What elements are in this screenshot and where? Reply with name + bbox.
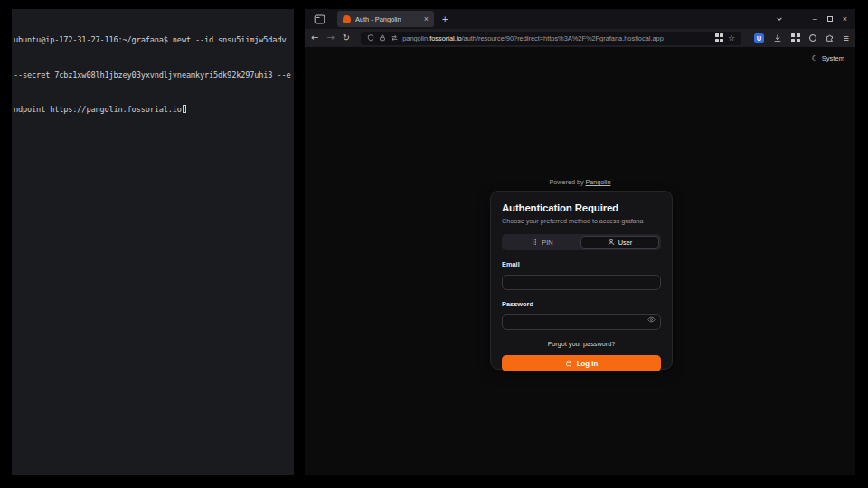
- toolbar-extensions: U ≡: [752, 33, 849, 43]
- reload-button[interactable]: ↻: [343, 33, 350, 42]
- back-button[interactable]: ←: [311, 33, 318, 42]
- theme-label: System: [822, 54, 844, 62]
- login-button[interactable]: Log in: [502, 355, 661, 371]
- minimize-button[interactable]: –: [813, 15, 817, 23]
- login-button-label: Log in: [577, 360, 598, 368]
- privacy-extension-icon[interactable]: [809, 34, 816, 42]
- pangolin-favicon: [343, 15, 351, 23]
- lock-icon[interactable]: [379, 34, 386, 42]
- url-bar[interactable]: pangolin.fossorial.io/auth/resource/90?r…: [361, 32, 741, 45]
- browser-window: Auth - Pangolin × + – × ← → ↻: [305, 9, 855, 475]
- tab-close-icon[interactable]: ×: [424, 15, 429, 23]
- tab-user[interactable]: User: [580, 236, 659, 249]
- ublock-extension-icon[interactable]: U: [754, 33, 764, 43]
- forgot-password-link[interactable]: Forgot your password?: [502, 340, 661, 348]
- new-tab-button[interactable]: +: [442, 14, 448, 24]
- page-actions-grid-icon[interactable]: [715, 33, 724, 42]
- terminal-line: ndpoint https://pangolin.fossorial.io: [14, 104, 292, 116]
- card-subtitle: Choose your preferred method to access g…: [502, 217, 661, 225]
- url-text: pangolin.fossorial.io/auth/resource/90?r…: [402, 34, 710, 42]
- terminal-cursor: [183, 105, 187, 113]
- maximize-button[interactable]: [827, 16, 833, 22]
- show-password-eye-icon[interactable]: [647, 315, 656, 324]
- https-switch-icon[interactable]: [391, 34, 398, 42]
- terminal-line: ubuntu@ip-172-31-27-116:~/grafana$ newt …: [14, 34, 292, 46]
- tab-pin[interactable]: PIN: [504, 236, 580, 249]
- tab-bar: Auth - Pangolin × + – ×: [305, 9, 855, 29]
- pangolin-link[interactable]: Pangolin: [585, 178, 610, 186]
- theme-toggle[interactable]: ☾ System: [812, 54, 845, 62]
- extensions-puzzle-icon[interactable]: [826, 33, 835, 42]
- terminal-window[interactable]: ubuntu@ip-172-31-27-116:~/grafana$ newt …: [12, 9, 294, 475]
- user-icon: [608, 239, 615, 246]
- extension-grid-icon[interactable]: [791, 33, 800, 42]
- email-field[interactable]: [502, 275, 661, 290]
- password-field[interactable]: [502, 314, 661, 330]
- firefox-view-icon[interactable]: [314, 14, 326, 25]
- shield-icon[interactable]: [367, 34, 374, 42]
- downloads-icon[interactable]: [773, 33, 782, 42]
- tab-pin-label: PIN: [542, 239, 552, 247]
- login-lock-icon: [565, 360, 572, 367]
- pin-keypad-icon: [531, 239, 538, 246]
- tab-title: Auth - Pangolin: [355, 15, 420, 23]
- close-window-button[interactable]: ×: [843, 15, 847, 23]
- nav-toolbar: ← → ↻ pangolin.fossorial.io/auth/resourc…: [305, 29, 855, 47]
- password-label: Password: [502, 300, 661, 308]
- window-controls: – ×: [776, 15, 855, 23]
- auth-method-tabs: PIN User: [502, 234, 661, 250]
- desktop: ubuntu@ip-172-31-27-116:~/grafana$ newt …: [0, 0, 868, 488]
- bookmark-star-icon[interactable]: ☆: [728, 33, 735, 42]
- powered-by: Powered by Pangolin: [305, 178, 855, 186]
- page-content: ☾ System Powered by Pangolin Authenticat…: [305, 47, 855, 475]
- moon-icon: ☾: [812, 54, 818, 62]
- card-title: Authentication Required: [502, 202, 661, 213]
- tab-auth-pangolin[interactable]: Auth - Pangolin ×: [337, 11, 434, 27]
- menu-hamburger-icon[interactable]: ≡: [844, 33, 849, 43]
- auth-card: Authentication Required Choose your pref…: [490, 191, 673, 370]
- tab-user-label: User: [618, 239, 633, 247]
- tab-list-chevron-icon[interactable]: [776, 15, 783, 23]
- email-label: Email: [502, 260, 661, 268]
- forward-button[interactable]: →: [326, 33, 334, 42]
- terminal-line: --secret 7cbz1xw08lh1jbzey03yxvndljvneam…: [14, 70, 292, 81]
